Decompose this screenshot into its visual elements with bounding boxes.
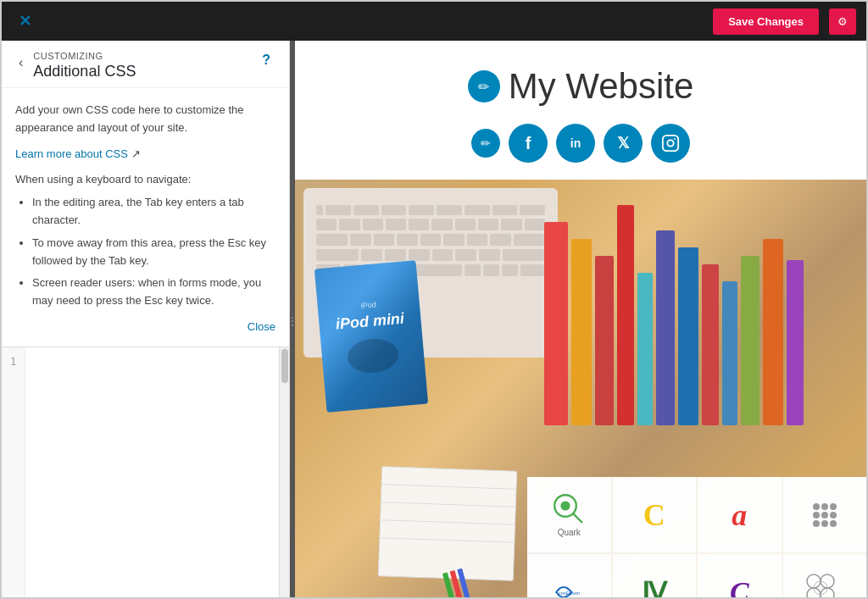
header-text: Customizing Additional CSS (33, 51, 136, 80)
save-changes-button[interactable]: Save Changes (713, 8, 819, 35)
top-bar: ✕ Save Changes ⚙ (2, 2, 866, 41)
logo-grid: Quark C a (527, 477, 866, 599)
svg-point-4 (561, 501, 570, 510)
right-panel: ✏ My Website ✏ f in 𝕏 (295, 41, 866, 599)
line-number-1: 1 (10, 356, 16, 368)
svg-point-1 (667, 140, 673, 146)
bullet-item: In the editing area, the Tab key enters … (32, 194, 275, 230)
instagram-icon[interactable] (651, 124, 690, 163)
close-link[interactable]: Close (15, 319, 275, 336)
panel-header: ‹ Customizing Additional CSS ? (2, 41, 289, 88)
editor-inner: 1 (2, 347, 289, 599)
hero-image: iPod iPod mini (295, 180, 866, 599)
edit-social-icon[interactable]: ✏ (471, 129, 500, 158)
bullet-list: In the editing area, the Tab key enters … (15, 194, 275, 310)
social-icons: ✏ f in 𝕏 (471, 124, 690, 163)
scrollbar-thumb (281, 349, 288, 383)
info-text: Add your own CSS code here to customize … (15, 102, 275, 137)
left-panel: ‹ Customizing Additional CSS ? Add your … (2, 41, 290, 599)
quark-logo-cell: Quark (527, 477, 611, 552)
circles-logo-cell (783, 554, 867, 599)
twitter-icon[interactable]: 𝕏 (604, 124, 643, 163)
svg-point-8 (830, 503, 837, 510)
svg-line-5 (574, 514, 582, 523)
notebook (378, 466, 517, 581)
conedison-logo-cell: conEdison (527, 554, 611, 599)
ipod-mini-box: iPod iPod mini (314, 260, 428, 413)
help-button[interactable]: ? (257, 51, 275, 69)
css-code-input[interactable] (25, 347, 279, 599)
panel-title: Additional CSS (33, 63, 136, 80)
learn-more-link[interactable]: Learn more about CSS (15, 147, 128, 160)
customizing-label: Customizing (33, 51, 136, 61)
bullet-item: To move away from this area, press the E… (32, 235, 275, 270)
linkedin-icon[interactable]: in (556, 124, 595, 163)
back-button[interactable]: ‹ (15, 53, 26, 73)
purple-c-logo-cell: C (698, 554, 782, 599)
svg-point-7 (821, 503, 828, 510)
site-title-row: ✏ My Website (468, 66, 694, 107)
keyboard-nav-title: When using a keyboard to navigate: (15, 171, 275, 189)
svg-point-11 (830, 512, 837, 519)
svg-point-14 (830, 520, 837, 527)
line-numbers: 1 (2, 347, 25, 599)
svg-point-10 (821, 512, 828, 519)
svg-point-13 (821, 520, 828, 527)
website-header: ✏ My Website ✏ f in 𝕏 (295, 41, 866, 180)
settings-button[interactable]: ⚙ (829, 8, 856, 35)
yellow-c-logo-cell: C (613, 477, 697, 552)
close-button[interactable]: ✕ (12, 10, 38, 32)
dots-logo-cell (783, 477, 867, 552)
svg-point-2 (674, 138, 676, 140)
green-m-logo-cell: Ⅳ (613, 554, 697, 599)
panel-body: Add your own CSS code here to customize … (2, 88, 289, 347)
svg-text:conEdison: conEdison (559, 590, 580, 595)
site-title: My Website (509, 66, 694, 107)
svg-point-12 (813, 520, 820, 527)
svg-rect-0 (663, 136, 678, 151)
facebook-icon[interactable]: f (509, 124, 548, 163)
main-layout: ‹ Customizing Additional CSS ? Add your … (2, 41, 866, 599)
books-area (544, 180, 866, 434)
code-editor: 1 (2, 347, 289, 599)
red-a-logo-cell: a (698, 477, 782, 552)
edit-title-icon[interactable]: ✏ (468, 70, 500, 103)
bullet-item: Screen reader users: when in forms mode,… (32, 275, 275, 310)
editor-scrollbar[interactable] (279, 347, 289, 599)
svg-point-6 (813, 503, 820, 510)
svg-point-9 (813, 512, 820, 519)
